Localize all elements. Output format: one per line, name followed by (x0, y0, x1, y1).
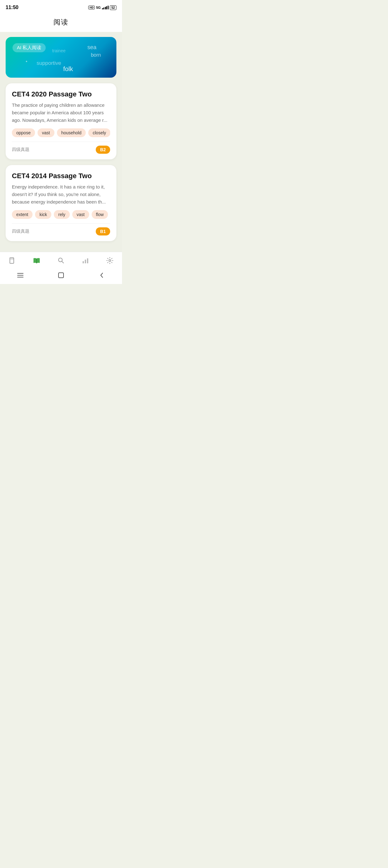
svg-rect-2 (9, 258, 10, 264)
card-excerpt-cet4-2014: Energy independence. It has a nice ring … (12, 183, 110, 206)
card-footer-cet4-2014: 四级真题 B1 (12, 223, 110, 236)
svg-rect-6 (83, 261, 84, 264)
banner-word-born: born (91, 52, 101, 58)
svg-rect-13 (59, 273, 64, 278)
card-title-cet4-2014: CET4 2014 Passage Two (12, 172, 110, 180)
card-category-cet4-2014: 四级真题 (12, 228, 29, 234)
nav-item-search[interactable] (52, 255, 70, 266)
level-badge-cet4-2020: B2 (96, 146, 110, 154)
banner-word-supportive: supportive (37, 60, 61, 66)
tag-household[interactable]: household (57, 128, 86, 137)
status-bar: 11:50 HD 5G 52 (0, 0, 122, 14)
stats-icon (82, 256, 90, 265)
banner-word-folk: folk (63, 65, 73, 73)
tags-row-cet4-2020: oppose vast household closely shall (12, 128, 110, 137)
system-nav (0, 268, 122, 284)
hd-badge: HD (88, 6, 95, 9)
status-icons: HD 5G 52 (88, 5, 117, 10)
page-header: 阅读 (0, 14, 122, 32)
network-label: 5G (96, 6, 101, 9)
svg-point-4 (59, 258, 62, 262)
card-excerpt-cet4-2020: The practice of paying children an allow… (12, 101, 110, 124)
svg-rect-7 (85, 259, 86, 264)
svg-rect-8 (87, 258, 88, 264)
card-cet4-2020[interactable]: CET4 2020 Passage Two The practice of pa… (6, 83, 117, 159)
system-back-button[interactable] (97, 271, 106, 280)
card-footer-cet4-2020: 四级真题 B2 (12, 142, 110, 154)
banner-word-trainee: trainee (52, 48, 66, 53)
signal-icon (102, 6, 108, 9)
tag-closely[interactable]: closely (88, 128, 110, 137)
system-home-button[interactable] (57, 271, 65, 280)
card-title-cet4-2020: CET4 2020 Passage Two (12, 90, 110, 98)
tag-vast[interactable]: vast (37, 128, 55, 137)
tag-oppose[interactable]: oppose (12, 128, 35, 137)
level-badge-cet4-2014: B1 (96, 227, 110, 236)
nav-item-settings[interactable] (101, 255, 119, 266)
ai-banner-label: AI 私人阅读 (12, 43, 46, 52)
banner-word-sea: sea (87, 44, 96, 51)
ai-banner[interactable]: AI 私人阅读 trainee sea born ● supportive fo… (6, 37, 117, 78)
read-icon (33, 256, 41, 265)
battery-indicator: 52 (110, 5, 117, 10)
card-category-cet4-2020: 四级真题 (12, 147, 29, 153)
main-content: AI 私人阅读 trainee sea born ● supportive fo… (0, 32, 122, 252)
card-cet4-2014[interactable]: CET4 2014 Passage Two Energy independenc… (6, 165, 117, 241)
page-title: 阅读 (54, 18, 68, 26)
book-icon (8, 256, 16, 265)
tag-extent[interactable]: extent (12, 210, 33, 219)
tag-kick[interactable]: kick (35, 210, 51, 219)
nav-item-read[interactable] (28, 255, 46, 266)
bottom-nav (0, 252, 122, 268)
nav-item-book[interactable] (3, 255, 21, 266)
tags-row-cet4-2014: extent kick rely vast flow massiv (12, 210, 110, 219)
nav-item-stats[interactable] (76, 255, 95, 266)
svg-point-9 (109, 259, 111, 261)
status-time: 11:50 (6, 5, 19, 10)
search-icon (57, 256, 65, 265)
tag-flow[interactable]: flow (92, 210, 108, 219)
banner-word-color: ● (26, 60, 28, 63)
tag-rely[interactable]: rely (54, 210, 70, 219)
gear-icon (106, 256, 114, 265)
tag-vast2[interactable]: vast (72, 210, 89, 219)
system-menu-button[interactable] (16, 271, 25, 280)
svg-line-5 (62, 261, 64, 263)
